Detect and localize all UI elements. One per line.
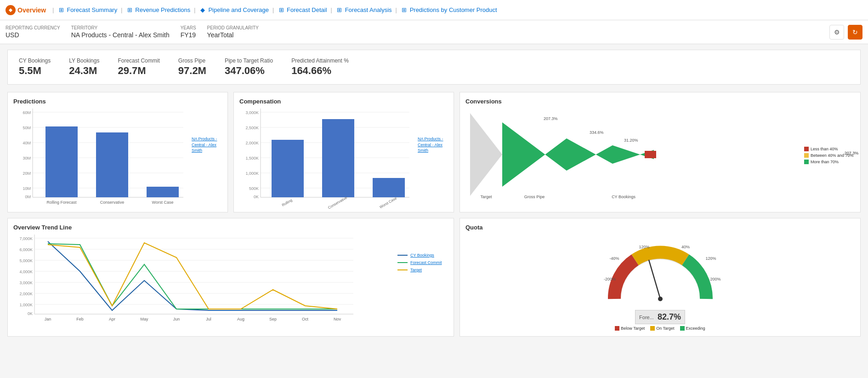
nav-sep-6: |	[396, 7, 397, 13]
svg-text:Apr: Apr	[109, 317, 115, 321]
svg-text:May: May	[140, 317, 148, 321]
nav-item-forecast-analysis[interactable]: ⊞ Forecast Analysis	[335, 6, 393, 14]
svg-text:2,000K: 2,000K	[245, 141, 259, 145]
compensation-chart: Compensation 3,000K 2,500K 2,000K 1,500K…	[233, 92, 454, 212]
conversions-title: Conversions	[465, 98, 855, 105]
kpi-pipe-target: Pipe to Target Ratio 347.06%	[225, 57, 273, 77]
kpi-gross-pipe-value: 97.2M	[178, 65, 206, 77]
svg-text:60M: 60M	[23, 110, 31, 115]
gauge-below-label: Below Target	[621, 326, 645, 331]
refresh-button[interactable]: ↻	[848, 25, 862, 40]
bar-conservative[interactable]	[96, 132, 128, 197]
gauge-legend-below: Below Target	[615, 326, 645, 331]
nav-brand[interactable]: ◆ Overview	[6, 5, 46, 15]
trend-legend-cy: CY Bookings	[397, 253, 448, 258]
trend-legend-target-line	[397, 269, 408, 270]
bar-conservative-comp[interactable]	[322, 119, 354, 197]
predictions-legend-label[interactable]: NA Products - Central - Alex Smith	[192, 136, 222, 154]
gauge-svg: -200% -40% 40% 120% 200% 120%	[601, 235, 720, 308]
svg-text:Feb: Feb	[76, 317, 84, 321]
filter-period[interactable]: Period Granularity YearTotal	[207, 25, 259, 39]
bar-rolling-comp[interactable]	[272, 140, 304, 197]
bar-worst-case[interactable]	[147, 187, 179, 197]
svg-text:200%: 200%	[710, 277, 720, 281]
nav-icon-2: ⊞	[126, 6, 133, 14]
nav-icon-3: ◆	[199, 6, 206, 14]
nav-item-predictions-customer[interactable]: ⊞ Predictions by Customer Product	[400, 6, 498, 14]
trend-chart-title: Overview Trend Line	[13, 224, 448, 231]
bar-rolling-forecast[interactable]	[45, 126, 78, 197]
compensation-chart-title: Compensation	[239, 98, 448, 105]
trend-legend-cy-label[interactable]: CY Bookings	[410, 253, 434, 258]
nav-icon-5: ⊞	[336, 6, 343, 14]
svg-text:3,000K: 3,000K	[245, 110, 259, 115]
kpi-gross-pipe: Gross Pipe 97.2M	[178, 57, 206, 77]
funnel-svg: 207.3% 334.6% 31.20% Target Gross Pipe C…	[465, 109, 658, 200]
svg-marker-38	[567, 138, 613, 171]
svg-text:Sep: Sep	[269, 317, 277, 321]
kpi-predicted-attainment-label: Predicted Attainment %	[291, 57, 349, 64]
svg-text:-40%: -40%	[609, 256, 619, 261]
kpi-gross-pipe-label: Gross Pipe	[178, 57, 206, 64]
quota-chart-title: Quota	[465, 224, 855, 231]
svg-text:CY Bookings: CY Bookings	[612, 195, 635, 199]
filter-currency-label: Reporting Currency	[6, 25, 60, 30]
nav-item-revenue-predictions[interactable]: ⊞ Revenue Predictions	[125, 6, 191, 14]
filter-years-label: Years	[181, 25, 196, 30]
svg-text:1,000K: 1,000K	[19, 303, 33, 307]
nav-sep-3: |	[194, 7, 195, 13]
nav-item-pipeline[interactable]: ◆ Pipeline and Coverage	[198, 6, 270, 14]
conversions-chart: Conversions	[460, 92, 861, 212]
svg-text:7,000K: 7,000K	[19, 236, 33, 241]
kpi-ly-bookings-label: LY Bookings	[69, 57, 99, 64]
kpi-predicted-attainment-value: 164.66%	[291, 65, 349, 77]
gauge-pct: 82.7%	[658, 312, 681, 322]
svg-text:Rolling: Rolling	[281, 198, 293, 207]
trend-legend-cy-line	[397, 255, 408, 256]
filter-currency-value: USD	[6, 31, 60, 39]
trend-legend-target: Target	[397, 268, 448, 272]
gauge-on-box	[650, 326, 655, 331]
trend-legend-forecast-line	[397, 262, 408, 263]
brand-icon: ◆	[6, 5, 16, 15]
funnel-legend-between-label: Between 40% and 70%	[811, 153, 854, 158]
filter-territory-value: NA Products - Central - Alex Smith	[71, 31, 170, 39]
svg-text:Oct: Oct	[302, 317, 309, 321]
filter-territory[interactable]: Territory NA Products - Central - Alex S…	[71, 25, 170, 39]
filter-period-label: Period Granularity	[207, 25, 259, 30]
trend-legend-forecast-label[interactable]: Forecast Commit	[410, 260, 442, 265]
nav-brand-label: Overview	[17, 6, 46, 14]
funnel-legend-between: Between 40% and 70%	[804, 153, 855, 158]
svg-text:-200%: -200%	[603, 277, 615, 281]
bar-worst-comp[interactable]	[373, 178, 405, 197]
charts-grid: Predictions 60M 50M 40M 30M 20M 10M 0M	[7, 92, 861, 337]
funnel-legend-less40-box	[804, 147, 809, 151]
svg-text:Aug: Aug	[237, 317, 244, 321]
svg-marker-37	[502, 122, 567, 187]
nav-item-forecast-summary[interactable]: ⊞ Forecast Summary	[57, 6, 118, 14]
trend-legend-target-label[interactable]: Target	[410, 268, 422, 272]
predictions-svg: 60M 50M 40M 30M 20M 10M 0M	[13, 109, 188, 205]
predictions-chart-title: Predictions	[13, 98, 222, 105]
svg-text:2,000K: 2,000K	[19, 292, 33, 296]
svg-text:3,000K: 3,000K	[19, 281, 33, 285]
forecast-commit-line	[48, 244, 337, 309]
nav-item-forecast-detail[interactable]: ⊞ Forecast Detail	[277, 6, 328, 14]
funnel-svg-area: 207.3% 334.6% 31.20% Target Gross Pipe C…	[465, 109, 800, 202]
svg-text:Jul: Jul	[206, 317, 211, 321]
kpi-pipe-target-value: 347.06%	[225, 65, 273, 77]
nav-icon-4: ⊞	[278, 6, 285, 14]
svg-text:6,000K: 6,000K	[19, 247, 33, 252]
svg-text:10M: 10M	[23, 186, 31, 191]
svg-rect-40	[645, 151, 656, 158]
compensation-legend-label[interactable]: NA Products - Central - Alex Smith	[418, 136, 448, 154]
filter-currency[interactable]: Reporting Currency USD	[6, 25, 60, 39]
settings-button[interactable]: ⚙	[829, 25, 844, 40]
funnel-legend: Less than 40% Between 40% and 70% More t…	[804, 147, 855, 164]
funnel-legend-more70-label: More than 70%	[811, 160, 839, 164]
funnel-legend-more70-box	[804, 160, 809, 164]
filter-years[interactable]: Years FY19	[181, 25, 196, 39]
svg-text:Nov: Nov	[334, 317, 341, 321]
svg-text:334.6%: 334.6%	[590, 130, 604, 135]
svg-text:1,000K: 1,000K	[245, 171, 259, 176]
